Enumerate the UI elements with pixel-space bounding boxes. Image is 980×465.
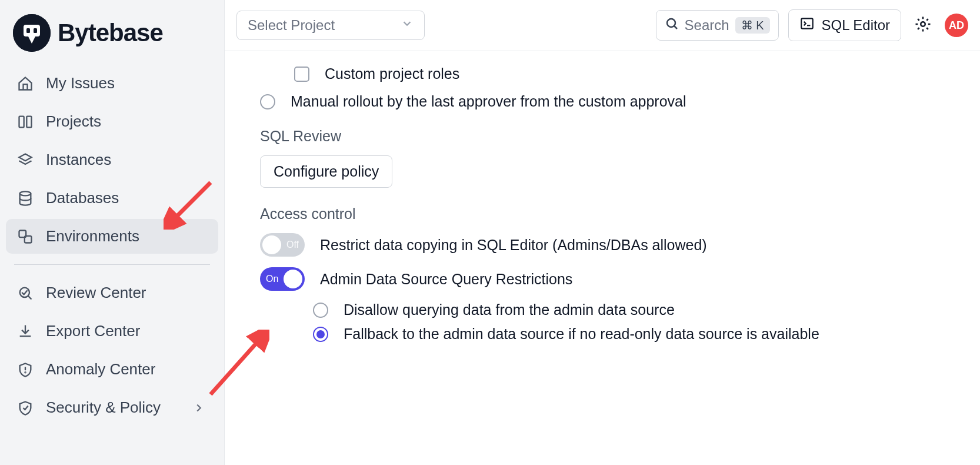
sidebar-item-my-issues[interactable]: My Issues [6, 66, 218, 101]
shield-alert-icon [16, 361, 34, 378]
sidebar-nav: My Issues Projects Instances Databases E… [6, 66, 218, 425]
search-shortcut: ⌘ K [735, 17, 770, 34]
gear-icon [914, 25, 932, 35]
svg-rect-5 [26, 116, 31, 127]
panels-icon [16, 113, 34, 131]
sidebar-item-export-center[interactable]: Export Center [6, 314, 218, 348]
option-fallback: Fallback to the admin data source if no … [313, 326, 962, 343]
configure-policy-button[interactable]: Configure policy [260, 155, 392, 188]
toggle-knob [284, 270, 302, 288]
database-icon [16, 190, 34, 207]
brand-mark-icon [13, 14, 51, 52]
svg-point-9 [20, 287, 29, 297]
option-manual-rollout: Manual rollout by the last approver from… [260, 93, 962, 110]
radio-manual-rollout[interactable] [260, 94, 275, 109]
toggle-knob [262, 235, 281, 254]
section-title-sql-review: SQL Review [260, 128, 962, 145]
svg-point-13 [921, 22, 925, 26]
search-label: Search [685, 17, 729, 34]
home-icon [16, 75, 34, 92]
search-icon [665, 16, 679, 34]
review-icon [16, 284, 34, 302]
main-area: Select Project Search ⌘ K SQL Editor AD … [225, 0, 980, 465]
terminal-icon [799, 16, 815, 35]
toggle-label: On [266, 274, 278, 284]
project-selector[interactable]: Select Project [236, 11, 425, 40]
option-label: Disallow querying data from the admin da… [344, 301, 675, 318]
option-label: Custom project roles [325, 65, 459, 82]
sidebar-item-security-policy[interactable]: Security & Policy [6, 390, 218, 425]
environments-icon [16, 228, 34, 245]
chevron-down-icon [401, 17, 414, 34]
checkbox-custom-roles[interactable] [294, 67, 309, 82]
sidebar-item-label: Instances [46, 151, 111, 169]
sql-editor-button[interactable]: SQL Editor [788, 9, 902, 41]
svg-point-10 [25, 372, 25, 373]
sidebar-divider [14, 264, 210, 265]
sidebar-item-label: Security & Policy [46, 398, 161, 417]
avatar-initials: AD [949, 19, 964, 32]
sidebar-item-label: Projects [46, 112, 101, 131]
radio-fallback[interactable] [313, 327, 328, 342]
user-avatar[interactable]: AD [945, 14, 968, 37]
sidebar-item-instances[interactable]: Instances [6, 142, 218, 177]
settings-content: Custom project roles Manual rollout by t… [225, 51, 980, 465]
layers-icon [16, 151, 34, 169]
toggle-admin-restrictions[interactable]: On [260, 267, 305, 291]
sidebar-item-label: Export Center [46, 322, 140, 340]
option-custom-project-roles: Custom project roles [294, 65, 962, 82]
topbar: Select Project Search ⌘ K SQL Editor AD [225, 0, 980, 51]
option-label: Fallback to the admin data source if no … [344, 326, 819, 343]
search-button[interactable]: Search ⌘ K [656, 10, 779, 41]
sidebar-item-label: Databases [46, 189, 119, 207]
sidebar-item-review-center[interactable]: Review Center [6, 275, 218, 310]
radio-disallow-query[interactable] [313, 303, 328, 318]
chevron-right-icon [190, 399, 208, 417]
option-label: Manual rollout by the last approver from… [291, 93, 686, 110]
sidebar: Bytebase My Issues Projects Instances Da… [0, 0, 225, 465]
sidebar-item-anomaly-center[interactable]: Anomaly Center [6, 352, 218, 387]
download-icon [16, 323, 34, 340]
svg-rect-1 [24, 25, 40, 36]
brand-logo[interactable]: Bytebase [6, 11, 218, 66]
brand-name: Bytebase [58, 19, 163, 47]
svg-rect-3 [34, 28, 37, 33]
toggle-label: Off [286, 240, 299, 250]
sidebar-item-label: Environments [46, 227, 139, 245]
svg-rect-12 [801, 18, 813, 28]
section-title-access-control: Access control [260, 205, 962, 222]
sidebar-item-label: My Issues [46, 74, 115, 92]
settings-button[interactable] [911, 12, 935, 39]
option-disallow-query: Disallow querying data from the admin da… [313, 301, 962, 318]
option-label: Admin Data Source Query Restrictions [320, 271, 572, 288]
sidebar-item-projects[interactable]: Projects [6, 104, 218, 139]
sidebar-item-label: Review Center [46, 284, 146, 302]
sidebar-item-databases[interactable]: Databases [6, 181, 218, 215]
shield-check-icon [16, 399, 34, 417]
svg-rect-2 [26, 28, 30, 33]
svg-point-11 [667, 19, 675, 27]
sidebar-item-label: Anomaly Center [46, 360, 155, 378]
option-restrict-copy: Off Restrict data copying in SQL Editor … [260, 233, 962, 257]
svg-point-6 [20, 191, 31, 195]
project-selector-placeholder: Select Project [248, 17, 335, 34]
svg-rect-4 [19, 116, 24, 127]
option-admin-restrictions: On Admin Data Source Query Restrictions [260, 267, 962, 291]
option-label: Restrict data copying in SQL Editor (Adm… [320, 237, 707, 254]
sql-editor-label: SQL Editor [822, 17, 891, 34]
toggle-restrict-copy[interactable]: Off [260, 233, 305, 257]
sidebar-item-environments[interactable]: Environments [6, 219, 218, 254]
